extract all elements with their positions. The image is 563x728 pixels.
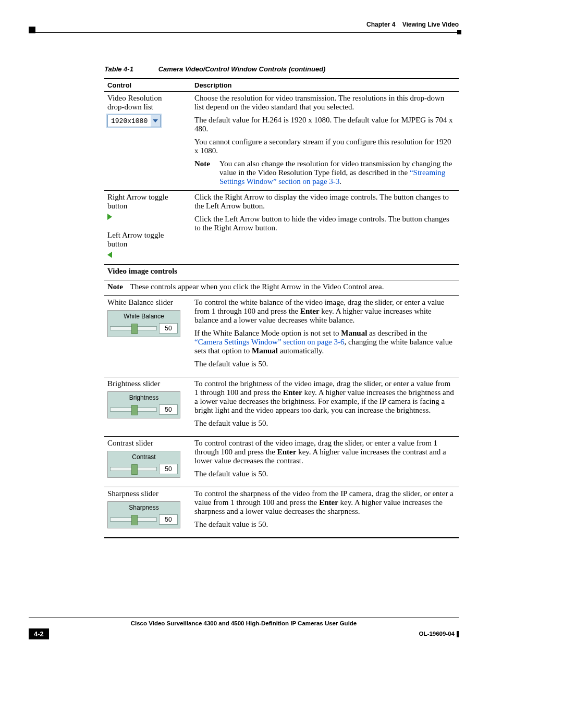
camera-settings-link[interactable]: “Camera Settings Window” section on page… xyxy=(194,338,344,346)
page: Chapter 4 Viewing Live Video Table 4-1 C… xyxy=(0,0,563,728)
video-resolution-dropdown[interactable]: 1920x1080 xyxy=(107,115,161,127)
resolution-desc-2: The default value for H.264 is 1920 x 10… xyxy=(194,116,456,133)
left-arrow-icon[interactable] xyxy=(107,252,112,258)
slider-thumb-icon[interactable] xyxy=(131,515,138,525)
row-white-balance: White Balance slider White Balance 50 To… xyxy=(104,296,459,377)
arrows-desc-2: Click the Left Arrow button to hide the … xyxy=(194,215,456,232)
white-balance-slider[interactable] xyxy=(110,326,157,330)
arrows-desc-1: Click the Right Arrow to display the vid… xyxy=(194,193,456,211)
row-arrow-toggles: Right Arrow toggle button Left Arrow tog… xyxy=(104,191,459,265)
widget-title: White Balance xyxy=(110,313,178,320)
footer: Cisco Video Surveillance 4300 and 4500 H… xyxy=(29,618,459,626)
control-label: Video Resolution xyxy=(107,94,162,102)
row-contrast: Contrast slider Contrast 50 To control c… xyxy=(104,437,459,487)
row-video-resolution: Video Resolution drop-down list 1920x108… xyxy=(104,92,459,191)
contrast-value-input[interactable]: 50 xyxy=(159,464,178,474)
table-caption: Table 4-1 Camera Video/Control Window Co… xyxy=(104,65,459,73)
row-section-note: Note These controls appear when you clic… xyxy=(104,280,459,296)
white-balance-label: White Balance slider xyxy=(107,298,173,306)
content: Table 4-1 Camera Video/Control Window Co… xyxy=(104,65,459,538)
brightness-desc-1: To control the brightness of the video i… xyxy=(194,379,456,415)
page-number: 4-2 xyxy=(29,628,49,639)
slider-thumb-icon[interactable] xyxy=(131,405,138,415)
row-brightness: Brightness slider Brightness 50 To contr… xyxy=(104,377,459,437)
dropdown-arrow-icon[interactable] xyxy=(151,119,160,122)
table-title: Camera Video/Control Window Controls (co… xyxy=(158,65,326,73)
left-arrow-label: Left Arrow toggle xyxy=(107,231,164,239)
slider-thumb-icon[interactable] xyxy=(131,324,138,334)
resolution-desc-3: You cannot configure a secondary stream … xyxy=(194,138,456,155)
brightness-desc-2: The default value is 50. xyxy=(194,419,456,428)
brightness-label: Brightness slider xyxy=(107,379,160,388)
white-balance-widget: White Balance 50 xyxy=(107,310,180,337)
row-sharpness: Sharpness slider Sharpness 50 To control… xyxy=(104,487,459,538)
section-note-label: Note xyxy=(107,282,123,291)
contrast-desc-1: To control contrast of the video image, … xyxy=(194,439,456,465)
section-label: Viewing Live Video xyxy=(402,21,459,28)
sharpness-desc-2: The default value is 50. xyxy=(194,520,456,529)
resolution-note: Note You can also change the resolution … xyxy=(194,159,456,186)
sharpness-widget: Sharpness 50 xyxy=(107,501,180,528)
doc-id: OL-19609-04 xyxy=(419,631,459,637)
section-title: Video image controls xyxy=(104,265,459,280)
contrast-widget: Contrast 50 xyxy=(107,451,180,478)
table-number: Table 4-1 xyxy=(104,65,156,73)
row-section-header: Video image controls xyxy=(104,265,459,280)
widget-title: Contrast xyxy=(110,453,178,461)
note-body: You can also change the resolution for v… xyxy=(219,159,456,186)
wb-desc-3: The default value is 50. xyxy=(194,360,456,368)
right-arrow-label: Right Arrow toggle xyxy=(107,193,168,201)
brightness-value-input[interactable]: 50 xyxy=(159,404,178,415)
sharpness-value-input[interactable]: 50 xyxy=(159,514,178,525)
contrast-label: Contrast slider xyxy=(107,439,153,447)
running-header: Chapter 4 Viewing Live Video xyxy=(366,21,459,28)
column-header-description: Description xyxy=(191,79,459,92)
wb-desc-2: If the White Balance Mode option is not … xyxy=(194,329,456,355)
white-balance-value-input[interactable]: 50 xyxy=(159,323,178,334)
controls-table: Control Description Video Resolution dro… xyxy=(104,78,459,538)
wb-desc-1: To control the white balance of the vide… xyxy=(194,298,456,325)
sharpness-label: Sharpness slider xyxy=(107,489,158,498)
brightness-slider[interactable] xyxy=(110,408,157,412)
resolution-desc-1: Choose the resolution for video transmis… xyxy=(194,94,456,112)
widget-title: Sharpness xyxy=(110,504,178,511)
contrast-slider[interactable] xyxy=(110,467,157,471)
header-rule xyxy=(29,32,459,33)
dropdown-value: 1920x1080 xyxy=(108,115,151,127)
widget-title: Brightness xyxy=(110,394,178,401)
contrast-desc-2: The default value is 50. xyxy=(194,470,456,478)
brightness-widget: Brightness 50 xyxy=(107,391,180,418)
section-note-text: These controls appear when you click the… xyxy=(130,282,384,291)
right-arrow-icon[interactable] xyxy=(107,214,112,220)
control-label-line2: drop-down list xyxy=(107,103,153,111)
slider-thumb-icon[interactable] xyxy=(131,464,138,475)
footer-title: Cisco Video Surveillance 4300 and 4500 H… xyxy=(29,620,459,626)
sharpness-desc-1: To control the sharpness of the video fr… xyxy=(194,489,456,516)
column-header-control: Control xyxy=(104,79,191,92)
chapter-label: Chapter 4 xyxy=(366,21,395,28)
sharpness-slider[interactable] xyxy=(110,517,157,522)
note-label: Note xyxy=(194,159,210,186)
